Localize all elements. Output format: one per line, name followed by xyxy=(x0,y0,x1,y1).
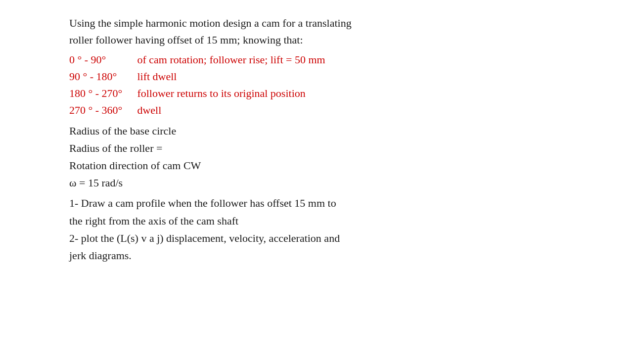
task1-line2: the right from the axis of the cam shaft xyxy=(69,212,352,229)
cam-range-1: 0 ° - 90° xyxy=(69,51,137,68)
cam-desc-4: dwell xyxy=(137,102,325,119)
cam-desc-2: lift dwell xyxy=(137,68,325,85)
spec-roller: Radius of the roller = xyxy=(69,139,352,157)
tasks-section: 1- Draw a cam profile when the follower … xyxy=(69,194,352,264)
intro-text-1: Using the simple harmonic motion design … xyxy=(69,17,352,29)
intro-text-2: roller follower having offset of 15 mm; … xyxy=(69,34,303,46)
task2-line1: 2- plot the (L(s) v a j) displacement, v… xyxy=(69,229,352,247)
cam-range-4: 270 ° - 360° xyxy=(69,102,137,119)
spec-rotation: Rotation direction of cam CW xyxy=(69,157,352,174)
task2-line2: jerk diagrams. xyxy=(69,247,352,264)
cam-row-3: 180 ° - 270° follower returns to its ori… xyxy=(69,85,325,102)
cam-row-4: 270 ° - 360° dwell xyxy=(69,102,325,119)
cam-range-3: 180 ° - 270° xyxy=(69,85,137,102)
main-content: Using the simple harmonic motion design … xyxy=(69,15,352,264)
cam-range-2: 90 ° - 180° xyxy=(69,68,137,85)
task1-line1: 1- Draw a cam profile when the follower … xyxy=(69,194,352,212)
intro-line1: Using the simple harmonic motion design … xyxy=(69,15,352,48)
cam-desc-1: of cam rotation; follower rise; lift = 5… xyxy=(137,51,325,68)
cam-row-1: 0 ° - 90° of cam rotation; follower rise… xyxy=(69,51,325,68)
specs-section: Radius of the base circle Radius of the … xyxy=(69,122,352,192)
cam-conditions-table: 0 ° - 90° of cam rotation; follower rise… xyxy=(69,51,325,119)
spec-omega: ω = 15 rad/s xyxy=(69,174,352,191)
cam-row-2: 90 ° - 180° lift dwell xyxy=(69,68,325,85)
spec-base-circle: Radius of the base circle xyxy=(69,122,352,139)
cam-desc-3: follower returns to its original positio… xyxy=(137,85,325,102)
